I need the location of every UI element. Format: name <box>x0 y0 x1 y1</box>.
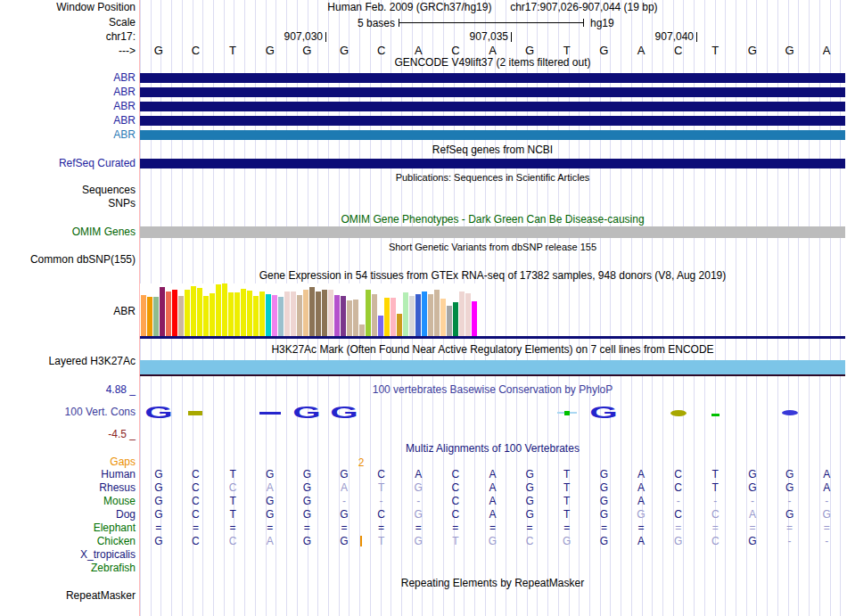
gtex-tissue-bar[interactable] <box>472 301 477 336</box>
gtex-tissue-bar[interactable] <box>440 299 446 336</box>
gtex-tissue-bar[interactable] <box>366 290 371 336</box>
multiz-base: G <box>474 536 512 547</box>
gtex-tissue-bar[interactable] <box>172 290 177 336</box>
gtex-tissue-bar[interactable] <box>259 292 265 336</box>
multiz-base: = <box>734 522 771 534</box>
gtex-tissue-bar[interactable] <box>222 283 227 336</box>
multiz-species-label[interactable]: Rhesus <box>0 482 136 494</box>
multiz-base: A <box>474 496 512 507</box>
multiz-base: A <box>808 469 845 480</box>
gencode-item-label[interactable]: ABR <box>0 115 136 127</box>
gtex-tissue-bar[interactable] <box>147 297 152 336</box>
gencode-item-label[interactable]: ABR <box>0 72 136 84</box>
snps-label[interactable]: SNPs <box>0 198 136 209</box>
gtex-tissue-bar[interactable] <box>178 296 184 336</box>
gtex-tissue-bar[interactable] <box>353 300 358 336</box>
gencode-gene-bar[interactable] <box>140 87 845 97</box>
gtex-tissue-bar[interactable] <box>459 292 465 336</box>
gtex-tissue-bar[interactable] <box>309 287 315 336</box>
gtex-tissue-bar[interactable] <box>253 296 259 336</box>
multiz-species-label[interactable]: Chicken <box>0 536 136 547</box>
gtex-tissue-bar[interactable] <box>247 291 252 336</box>
gtex-gene-label[interactable]: ABR <box>0 306 136 317</box>
multiz-base: T <box>214 509 251 521</box>
gtex-tissue-bar[interactable] <box>278 297 284 336</box>
gencode-gene-bar[interactable] <box>140 73 845 83</box>
gtex-tissue-bar[interactable] <box>141 295 146 336</box>
gtex-tissue-bar[interactable] <box>403 292 408 336</box>
gtex-tissue-bar[interactable] <box>284 292 290 336</box>
gencode-gene-bar[interactable] <box>140 116 845 126</box>
gtex-tissue-bar[interactable] <box>322 290 327 336</box>
gtex-tissue-bar[interactable] <box>334 295 340 336</box>
gtex-tissue-bar[interactable] <box>372 294 377 336</box>
omim-genes-label[interactable]: OMIM Genes <box>0 226 136 238</box>
gtex-tissue-bar[interactable] <box>153 297 159 336</box>
gtex-tissue-bar[interactable] <box>291 292 296 336</box>
base-letter: C <box>660 45 697 57</box>
gtex-tissue-bar[interactable] <box>203 296 209 336</box>
gencode-item-label[interactable]: ABR <box>0 86 136 98</box>
multiz-species-label[interactable]: Zebrafish <box>0 563 136 574</box>
gtex-tissue-bar[interactable] <box>378 316 383 336</box>
gtex-tissue-bar[interactable] <box>409 296 415 336</box>
conservation-score-mark <box>670 410 687 416</box>
common-dbsnp-label[interactable]: Common dbSNP(155) <box>0 254 136 266</box>
gtex-tissue-bar[interactable] <box>359 324 365 336</box>
gtex-tissue-bar[interactable] <box>397 314 402 336</box>
gtex-tissue-bar[interactable] <box>191 286 196 336</box>
gtex-tissue-bar[interactable] <box>391 298 396 336</box>
multiz-species-label[interactable]: Mouse <box>0 496 136 507</box>
refseq-gene-bar[interactable] <box>140 159 845 168</box>
gtex-tissue-bar[interactable] <box>434 290 440 336</box>
gtex-tissue-bar[interactable] <box>453 302 458 336</box>
gtex-tissue-bar[interactable] <box>428 294 433 336</box>
gtex-tissue-bar[interactable] <box>210 293 215 336</box>
h3k27ac-signal-bar[interactable] <box>140 360 845 374</box>
gtex-tissue-bar[interactable] <box>384 298 390 336</box>
gtex-tissue-bar[interactable] <box>347 300 352 336</box>
gencode-item-label[interactable]: ABR <box>0 129 136 141</box>
gtex-tissue-bar[interactable] <box>297 295 302 336</box>
gtex-tissue-bar[interactable] <box>185 290 190 336</box>
repeatmasker-label[interactable]: RepeatMasker <box>0 590 136 602</box>
gtex-tissue-bar[interactable] <box>228 292 234 336</box>
multiz-base: C <box>214 482 251 494</box>
gtex-tissue-bar[interactable] <box>341 296 346 336</box>
gtex-tissue-bar[interactable] <box>447 306 452 336</box>
gencode-item-label[interactable]: ABR <box>0 101 136 112</box>
layered-h3k27ac-label[interactable]: Layered H3K27Ac <box>0 356 136 367</box>
gtex-tissue-bar[interactable] <box>465 293 471 336</box>
multiz-species-label[interactable]: Human <box>0 469 136 480</box>
omim-gene-bar[interactable] <box>140 226 845 238</box>
gtex-tissue-bar[interactable] <box>316 292 321 336</box>
gtex-tissue-bar[interactable] <box>160 287 165 336</box>
multiz-species-label[interactable]: X_tropicalis <box>0 549 136 561</box>
gtex-tissue-bar[interactable] <box>272 295 277 336</box>
multiz-base: G <box>289 469 326 480</box>
multiz-base: = <box>622 522 660 534</box>
multiz-base: - <box>696 496 734 507</box>
gtex-tissue-bar[interactable] <box>197 288 202 336</box>
sequences-label[interactable]: Sequences <box>0 185 136 196</box>
conservation-track-label[interactable]: 100 Vert. Cons <box>0 407 136 418</box>
base-letter: G <box>251 45 289 57</box>
gtex-tissue-bar[interactable] <box>422 292 427 336</box>
gtex-tissue-bar[interactable] <box>241 289 246 336</box>
gtex-tissue-bar[interactable] <box>415 294 421 336</box>
base-letter: T <box>548 45 586 57</box>
gtex-tissue-bar[interactable] <box>166 292 171 336</box>
refseq-curated-label[interactable]: RefSeq Curated <box>0 158 136 169</box>
gtex-tissue-bar[interactable] <box>328 290 333 336</box>
gtex-tissue-bar[interactable] <box>303 290 308 336</box>
gencode-gene-bar[interactable] <box>140 102 845 111</box>
gtex-tissue-bar[interactable] <box>216 284 221 336</box>
multiz-species-label[interactable]: Elephant <box>0 522 136 534</box>
gaps-row-label: Gaps <box>0 456 136 468</box>
gencode-gene-bar[interactable] <box>140 130 845 140</box>
multiz-base: = <box>771 522 809 534</box>
gtex-tissue-bar[interactable] <box>234 292 240 336</box>
multiz-base: A <box>251 482 289 494</box>
multiz-species-label[interactable]: Dog <box>0 509 136 521</box>
gtex-tissue-bar[interactable] <box>266 294 271 336</box>
